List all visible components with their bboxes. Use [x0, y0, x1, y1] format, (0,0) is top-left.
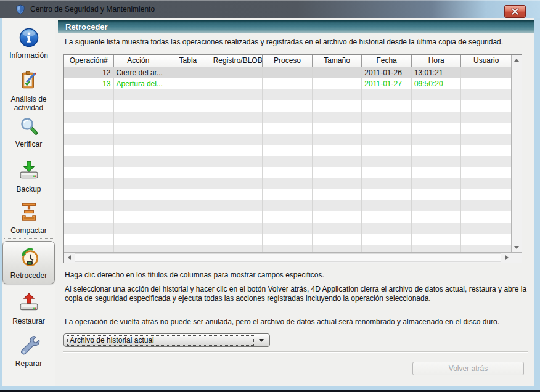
table-cell — [263, 145, 313, 156]
sidebar-item-informacion[interactable]: Información — [2, 27, 55, 60]
scrollbar-corner — [512, 253, 522, 263]
vertical-scrollbar[interactable] — [511, 55, 522, 252]
table-cell: 09:50:20 — [412, 78, 462, 89]
sidebar-item-label: Compactar — [10, 226, 47, 235]
table-cell — [461, 156, 511, 167]
table-cell — [263, 223, 313, 234]
table-row[interactable]: 13Apertura del...2011-01-2709:50:20 — [64, 78, 511, 89]
table-cell — [163, 134, 213, 145]
table-cell — [362, 245, 412, 252]
table-cell: 13 — [64, 78, 114, 89]
table-cell — [64, 123, 114, 134]
table-cell — [263, 245, 313, 252]
table-cell — [163, 145, 213, 156]
table-cell — [163, 178, 213, 189]
sidebar-item-compactar[interactable]: Compactar — [2, 201, 55, 235]
table-filler-row — [64, 156, 511, 167]
table-cell — [213, 234, 263, 245]
table-cell — [213, 189, 263, 200]
table-cell — [313, 78, 362, 89]
table-cell — [461, 223, 511, 234]
horizontal-scrollbar[interactable] — [64, 253, 512, 263]
table-cell — [163, 200, 213, 211]
sidebar-item-retroceder[interactable]: Retroceder — [2, 241, 55, 284]
table-cell — [114, 167, 164, 178]
table-cell — [362, 100, 412, 112]
table-cell — [362, 189, 412, 200]
table-cell — [412, 189, 462, 200]
column-header[interactable]: Registro/BLOB — [213, 55, 263, 67]
rollback-button[interactable]: Volver atrás — [412, 362, 524, 375]
table-cell — [461, 78, 511, 89]
table-cell — [313, 245, 362, 252]
table-cell — [163, 234, 213, 245]
column-header[interactable]: Tabla — [163, 55, 213, 67]
table-cell — [213, 100, 263, 112]
table-cell — [263, 89, 313, 100]
table-cell — [64, 167, 114, 178]
sidebar: Información Análisis de actividad — [2, 18, 55, 386]
table-cell — [114, 123, 164, 134]
sidebar-item-label: Reparar — [15, 359, 42, 368]
main-panel: Retroceder La siguiente lista muestra to… — [55, 18, 534, 386]
table-cell — [114, 100, 164, 112]
history-file-dropdown[interactable]: Archivo de historial actual — [63, 333, 270, 347]
activity-analysis-icon — [18, 70, 40, 94]
titlebar: Centro de Seguridad y Mantenimiento — [0, 0, 540, 18]
table-cell — [461, 123, 511, 134]
column-header[interactable]: Fecha — [362, 55, 412, 67]
table-cell — [163, 189, 213, 200]
column-header[interactable]: Tamaño — [313, 55, 362, 67]
column-header[interactable]: Operación# — [64, 55, 114, 67]
table-cell — [362, 89, 412, 100]
sidebar-item-reparar[interactable]: Reparar — [2, 334, 55, 368]
scroll-up-button[interactable] — [512, 55, 522, 65]
table-cell — [362, 234, 412, 245]
page-header: Retroceder — [58, 20, 534, 33]
close-button[interactable] — [504, 5, 526, 18]
table-row[interactable]: 12Cierre del ar...2011-01-2613:01:21 — [64, 67, 511, 78]
table-cell — [362, 112, 412, 123]
column-header[interactable]: Hora — [412, 55, 462, 67]
window-border-edge — [0, 390, 540, 392]
sidebar-item-restaurar[interactable]: Restaurar — [2, 292, 55, 325]
table-cell — [461, 211, 511, 223]
column-header[interactable]: Usuario — [461, 55, 511, 67]
table-cell — [313, 234, 362, 245]
table-cell — [313, 156, 362, 167]
table-cell — [313, 100, 362, 112]
scroll-down-button[interactable] — [512, 242, 522, 252]
scroll-right-button[interactable] — [502, 253, 512, 263]
table-cell — [461, 67, 511, 78]
table-cell — [64, 178, 114, 189]
window-border-left — [0, 18, 2, 386]
table-cell — [213, 178, 263, 189]
table-cell — [313, 167, 362, 178]
table-cell — [213, 134, 263, 145]
column-header[interactable]: Acción — [114, 55, 164, 67]
horizontal-scroll-thumb[interactable] — [75, 253, 501, 262]
table-filler-row — [64, 100, 511, 112]
table-cell — [163, 245, 213, 252]
table-filler-row — [64, 89, 511, 100]
sidebar-item-backup[interactable]: Backup — [2, 160, 55, 194]
table-cell — [114, 200, 164, 211]
table-cell — [313, 89, 362, 100]
table-cell — [163, 89, 213, 100]
sidebar-item-verificar[interactable]: Verificar — [2, 116, 55, 149]
sidebar-item-label: Restaurar — [12, 317, 45, 325]
column-header[interactable]: Proceso — [263, 55, 313, 67]
table-cell — [213, 200, 263, 211]
table-filler-row — [64, 123, 511, 134]
info-icon — [18, 27, 39, 50]
table-cell — [213, 245, 263, 252]
sidebar-item-label: Verificar — [15, 140, 42, 149]
table-cell — [213, 211, 263, 223]
sidebar-item-analisis[interactable]: Análisis de actividad — [2, 70, 55, 112]
table-cell — [64, 134, 114, 145]
sidebar-item-label: Análisis de actividad — [2, 95, 55, 112]
table-cell — [412, 89, 462, 100]
table-cell — [64, 89, 114, 100]
table-cell — [114, 245, 164, 252]
scroll-left-button[interactable] — [64, 253, 74, 263]
